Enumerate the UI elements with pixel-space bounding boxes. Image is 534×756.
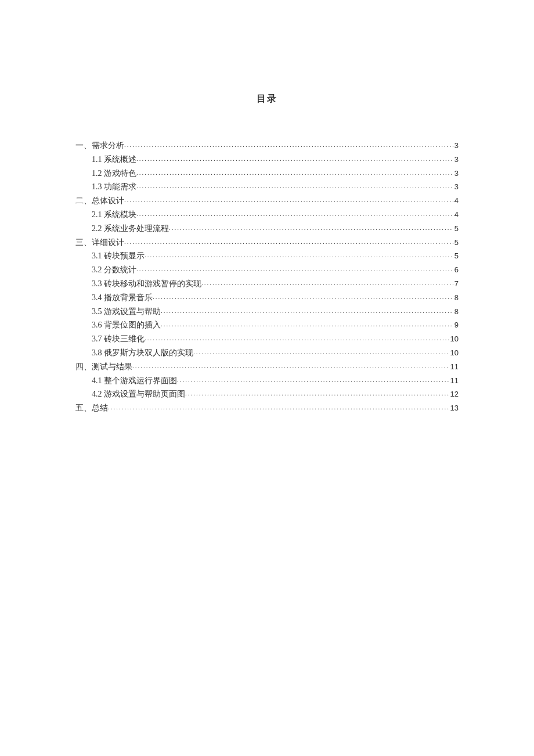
toc-entry-label: 4.2 游戏设置与帮助页面图 [92,387,185,401]
toc-leader-dots [124,139,453,150]
toc-entry-label: 3.4 播放背景音乐 [92,291,153,305]
toc-entry: 3.4 播放背景音乐8 [75,291,459,305]
toc-entry: 1.1 系统概述3 [75,153,459,167]
toc-leader-dots [193,347,449,358]
toc-leader-dots [136,264,453,275]
toc-leader-dots [136,153,453,164]
toc-leader-dots [136,208,453,219]
toc-entry-label: 二、总体设计 [75,194,124,208]
toc-entry-label: 3.8 俄罗斯方块双人版的实现 [92,346,193,360]
toc-entry: 4.2 游戏设置与帮助页面图12 [75,387,459,401]
toc-entry: 一、需求分析3 [75,139,459,153]
toc-entry-page: 10 [449,333,459,345]
toc-entry-label: 3.1 砖块预显示 [92,249,145,263]
toc-entry-label: 3.3 砖块移动和游戏暂停的实现 [92,277,201,291]
toc-entry-page: 6 [453,264,459,276]
toc-entry-page: 5 [453,250,459,262]
toc-entry-label: 3.6 背景位图的插入 [92,318,161,332]
toc-leader-dots [145,333,449,344]
toc-entry: 3.5 游戏设置与帮助8 [75,305,459,319]
toc-entry: 2.2 系统业务处理流程5 [75,222,459,236]
toc-leader-dots [124,195,453,206]
toc-list: 一、需求分析31.1 系统概述31.2 游戏特色31.3 功能需求3二、总体设计… [75,139,459,415]
toc-leader-dots [136,181,453,192]
toc-entry-page: 7 [453,278,459,290]
toc-entry-page: 11 [449,361,459,373]
toc-entry-label: 3.5 游戏设置与帮助 [92,305,161,319]
toc-entry-label: 1.2 游戏特色 [92,167,136,181]
toc-entry-page: 11 [449,375,459,387]
toc-entry-label: 1.1 系统概述 [92,153,136,167]
toc-entry: 1.2 游戏特色3 [75,167,459,181]
toc-leader-dots [161,305,453,316]
toc-entry-page: 5 [453,222,459,235]
toc-entry-page: 12 [449,388,459,401]
toc-entry: 1.3 功能需求3 [75,180,459,194]
toc-leader-dots [132,361,449,372]
toc-entry: 3.2 分数统计6 [75,263,459,277]
document-page: 目录 一、需求分析31.1 系统概述31.2 游戏特色31.3 功能需求3二、总… [0,0,534,756]
toc-entry: 3.3 砖块移动和游戏暂停的实现7 [75,277,459,291]
toc-leader-dots [108,402,449,413]
toc-entry-page: 3 [453,181,459,193]
toc-entry-label: 一、需求分析 [75,139,124,153]
toc-leader-dots [185,388,449,399]
toc-entry: 三、详细设计5 [75,236,459,250]
toc-leader-dots [201,278,453,289]
toc-leader-dots [177,375,449,386]
toc-entry-page: 9 [453,319,459,332]
toc-entry-label: 4.1 整个游戏运行界面图 [92,374,177,388]
toc-entry: 3.8 俄罗斯方块双人版的实现10 [75,346,459,360]
toc-entry-page: 8 [453,305,459,318]
toc-entry-label: 2.1 系统模块 [92,208,136,222]
toc-entry: 4.1 整个游戏运行界面图11 [75,374,459,388]
toc-entry-page: 3 [453,167,459,180]
toc-entry-page: 8 [453,291,459,304]
toc-entry-label: 3.2 分数统计 [92,263,136,277]
toc-entry: 3.1 砖块预显示5 [75,249,459,263]
toc-entry-page: 13 [449,402,459,415]
toc-leader-dots [145,250,453,261]
toc-entry-page: 3 [453,153,459,166]
toc-leader-dots [136,167,453,178]
toc-entry-label: 1.3 功能需求 [92,180,136,194]
toc-leader-dots [169,222,453,233]
toc-entry: 四、测试与结果11 [75,360,459,374]
toc-entry-label: 2.2 系统业务处理流程 [92,222,169,236]
toc-leader-dots [153,291,453,303]
toc-entry: 2.1 系统模块4 [75,208,459,222]
toc-entry: 3.7 砖块三维化10 [75,332,459,346]
toc-entry: 3.6 背景位图的插入9 [75,318,459,332]
toc-entry-page: 10 [449,347,459,359]
toc-entry-page: 3 [453,139,459,152]
toc-entry-page: 5 [453,236,459,249]
toc-entry-label: 三、详细设计 [75,236,124,250]
toc-entry: 五、总结13 [75,401,459,415]
toc-entry-page: 4 [453,195,459,207]
toc-entry: 二、总体设计4 [75,194,459,208]
toc-entry-label: 3.7 砖块三维化 [92,332,145,346]
toc-entry-label: 五、总结 [75,401,108,415]
toc-leader-dots [124,236,453,247]
toc-entry-page: 4 [453,208,459,221]
toc-title: 目录 [75,93,459,105]
toc-leader-dots [161,319,453,330]
toc-entry-label: 四、测试与结果 [75,360,132,374]
